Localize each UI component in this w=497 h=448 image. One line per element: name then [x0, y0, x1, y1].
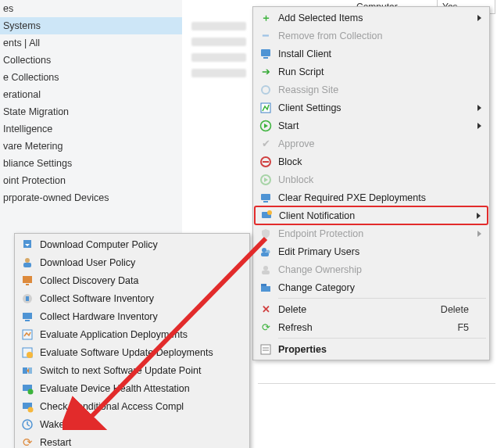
evaluate-update-icon — [21, 346, 34, 359]
sidebar-item[interactable]: State Migration — [0, 103, 182, 120]
menu-item-block[interactable]: Block — [255, 152, 488, 170]
discovery-icon — [21, 274, 34, 287]
sidebar-item[interactable]: e Collections — [0, 69, 182, 86]
download-user-icon — [21, 256, 34, 269]
svg-point-36 — [27, 352, 33, 358]
delete-icon: ✕ — [259, 303, 272, 316]
restart-icon: ⟳ — [21, 436, 34, 449]
sw-inventory-icon — [21, 292, 34, 305]
menu-item-download-computer-policy[interactable]: Download Computer Policy — [16, 235, 248, 253]
menu-item-add-selected[interactable]: ＋ Add Selected Items — [255, 9, 488, 27]
sidebar-item[interactable]: Collections — [0, 52, 182, 69]
reassign-icon — [259, 84, 272, 96]
menu-item-wake-up[interactable]: Wake Up — [16, 415, 248, 433]
svg-rect-27 — [23, 263, 31, 267]
sidebar-item[interactable]: prporate-owned Devices — [0, 189, 182, 206]
menu-item-properties[interactable]: Properties — [255, 340, 488, 358]
download-policy-icon — [21, 238, 34, 251]
svg-point-43 — [28, 407, 34, 412]
chevron-right-icon — [477, 231, 481, 237]
block-icon — [259, 156, 272, 168]
svg-rect-1 — [263, 57, 268, 59]
menu-item-install-client[interactable]: Install Client — [255, 45, 488, 63]
menu-item-refresh[interactable]: ⟳ Refresh F5 — [255, 318, 488, 336]
unblock-icon — [259, 174, 272, 186]
menu-item-restart[interactable]: ⟳ Restart — [16, 433, 248, 448]
sidebar-item[interactable]: vare Metering — [0, 138, 182, 155]
svg-point-14 — [262, 248, 266, 253]
refresh-icon: ⟳ — [259, 321, 272, 334]
svg-marker-9 — [264, 177, 268, 182]
svg-rect-20 — [261, 284, 266, 286]
menu-item-evaluate-app-deploy[interactable]: Evaluate Application Deployments — [16, 325, 248, 343]
sidebar-item[interactable]: es — [0, 0, 182, 17]
context-menu-client-notification: Download Computer Policy Download User P… — [14, 233, 250, 448]
menu-item-edit-primary-users[interactable]: Edit Primary Users — [255, 242, 488, 260]
notification-icon — [260, 210, 273, 222]
shortcut: Delete — [441, 304, 469, 315]
menu-item-run-script[interactable]: ➔ Run Script — [255, 63, 488, 81]
svg-line-46 — [27, 425, 30, 426]
sidebar-item[interactable]: bliance Settings — [0, 155, 182, 172]
svg-rect-11 — [263, 201, 268, 202]
menu-item-endpoint-protection: Endpoint Protection — [255, 224, 488, 242]
chevron-right-icon — [477, 15, 481, 21]
svg-rect-10 — [261, 194, 270, 200]
table-row — [191, 22, 246, 30]
menu-item-collect-sw-inventory[interactable]: Collect Software Inventory — [16, 289, 248, 307]
svg-rect-16 — [261, 253, 269, 256]
menu-item-reassign-site: Reassign Site — [255, 81, 488, 99]
chevron-right-icon — [477, 105, 481, 111]
svg-rect-21 — [261, 345, 270, 354]
sidebar-item[interactable]: erational — [0, 86, 182, 103]
install-client-icon — [259, 48, 272, 60]
menu-item-collect-hw-inventory[interactable]: Collect Hardware Inventory — [16, 307, 248, 325]
menu-item-change-ownership: Change Ownership — [255, 260, 488, 278]
switch-sup-icon — [21, 364, 34, 377]
menu-item-conditional-access[interactable]: Check Conditional Access Compl — [16, 397, 248, 415]
table-row — [191, 38, 246, 46]
shield-icon — [259, 228, 272, 240]
svg-rect-33 — [25, 320, 30, 321]
svg-point-17 — [263, 266, 268, 271]
menu-item-collect-discovery[interactable]: Collect Discovery Data — [16, 271, 248, 289]
conditional-access-icon — [21, 400, 34, 413]
menu-item-switch-sup[interactable]: Switch to next Software Update Point — [16, 361, 248, 379]
menu-item-change-category[interactable]: Change Category — [255, 278, 488, 296]
device-health-icon — [21, 382, 34, 395]
sidebar-item[interactable]: ents | All — [0, 34, 182, 52]
menu-separator — [278, 298, 486, 299]
svg-point-2 — [262, 86, 270, 94]
sidebar-item-systems[interactable]: Systems — [0, 17, 182, 34]
menu-item-client-notification[interactable]: Client Notification — [254, 206, 488, 225]
evaluate-app-icon — [21, 328, 34, 341]
svg-rect-19 — [261, 286, 270, 292]
menu-item-delete[interactable]: ✕ Delete Delete — [255, 300, 488, 318]
properties-icon — [259, 343, 272, 356]
sidebar-item[interactable]: oint Protection — [0, 172, 182, 189]
menu-item-start[interactable]: Start — [255, 116, 488, 134]
sidebar-item[interactable]: Intelligence — [0, 120, 182, 138]
owner-icon — [259, 263, 272, 276]
plus-icon: ＋ — [259, 12, 272, 24]
svg-rect-28 — [23, 276, 32, 283]
menu-item-device-health[interactable]: Evaluate Device Health Attestation — [16, 379, 248, 397]
svg-rect-29 — [26, 284, 29, 285]
svg-point-13 — [267, 210, 272, 215]
menu-item-unblock: Unblock — [255, 170, 488, 188]
settings-icon — [259, 102, 272, 114]
menu-item-download-user-policy[interactable]: Download User Policy — [16, 253, 248, 271]
context-menu-main: ＋ Add Selected Items ━ Remove from Colle… — [252, 6, 490, 360]
menu-item-evaluate-update-deploy[interactable]: Evaluate Software Update Deployments — [16, 343, 248, 361]
table-row — [191, 53, 246, 62]
wake-up-icon — [21, 418, 34, 431]
separator — [258, 383, 495, 384]
svg-marker-5 — [264, 124, 268, 128]
hw-inventory-icon — [21, 310, 34, 323]
menu-item-clear-pxe[interactable]: Clear Required PXE Deployments — [255, 188, 488, 206]
menu-item-client-settings[interactable]: Client Settings — [255, 99, 488, 116]
svg-point-26 — [25, 258, 30, 263]
menu-item-remove-collection: ━ Remove from Collection — [255, 27, 488, 45]
svg-rect-32 — [23, 313, 32, 319]
svg-rect-31 — [26, 296, 29, 301]
